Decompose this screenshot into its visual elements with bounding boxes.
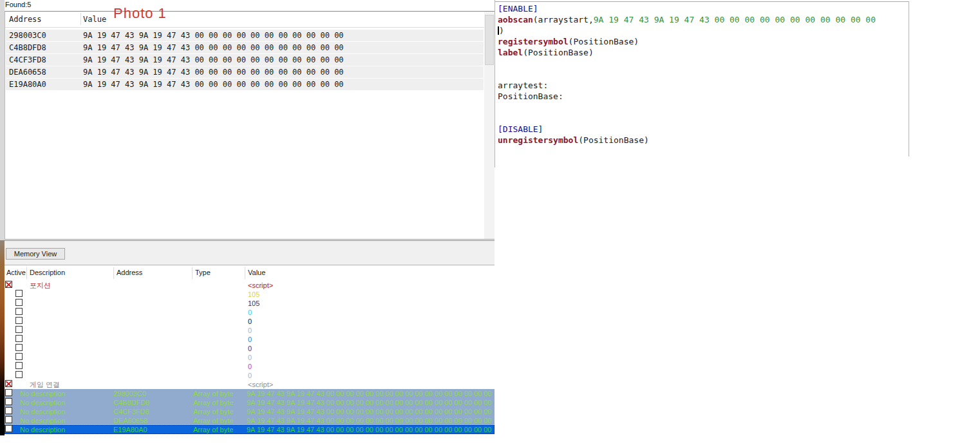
row-description: No description [20, 407, 65, 416]
script-token-plain: (PositionBase) [569, 37, 639, 46]
result-value: 9A 19 47 43 9A 19 47 43 00 00 00 00 00 0… [83, 30, 344, 41]
row-description: No description [20, 389, 65, 398]
script-line: aobscan(arraystart,9A 19 47 43 9A 19 47 … [498, 14, 909, 25]
result-value: 9A 19 47 43 9A 19 47 43 00 00 00 00 00 0… [83, 54, 344, 66]
cheat-row-aob[interactable]: No descriptionC4CF3FD8Array of byte9A 19… [5, 407, 495, 416]
script-line: label(PositionBase) [498, 47, 909, 58]
scan-results-list: 298003C09A 19 47 43 9A 19 47 43 00 00 00… [6, 30, 484, 91]
row-address: E19A80A0 [113, 425, 147, 434]
column-header-description[interactable]: Description [30, 269, 65, 276]
active-checkbox[interactable] [15, 371, 23, 378]
active-checkbox[interactable] [5, 398, 12, 405]
column-divider [80, 13, 81, 25]
auto-assemble-script-editor[interactable]: [ENABLE]aobscan(arraystart,9A 19 47 43 9… [495, 1, 909, 157]
active-checkbox[interactable] [5, 389, 12, 396]
cheat-row[interactable]: 0 [5, 362, 495, 371]
cheat-row[interactable]: 105 [5, 299, 495, 308]
script-token-section: [ENABLE] [498, 4, 538, 14]
cheat-row[interactable]: 0 [5, 335, 495, 344]
cheat-table-header: Active Description Address Type Value [5, 266, 495, 280]
column-divider [113, 267, 114, 279]
script-line [498, 102, 909, 113]
script-line: ) [498, 25, 909, 36]
column-divider [245, 267, 245, 279]
row-value: 0 [248, 371, 252, 380]
script-token-plain: (arraystart, [533, 15, 594, 24]
script-line [498, 69, 909, 80]
row-value: 0 [248, 335, 252, 344]
cheat-row[interactable]: 0 [5, 353, 495, 362]
script-token-plain: PositionBase: [498, 91, 563, 101]
memory-view-button[interactable]: Memory View [6, 248, 65, 260]
scan-results-panel: Address Value 298003C09A 19 47 43 9A 19 … [5, 11, 495, 240]
row-value: 0 [248, 344, 252, 353]
row-address: 298003C0 [113, 389, 146, 398]
row-value: 0 [248, 326, 252, 335]
row-address: C4CF3FD8 [113, 407, 149, 416]
active-checkbox[interactable] [15, 353, 23, 360]
cheat-table-rows: 포지션<script>10510500000000게임 연결<script>No… [5, 281, 495, 434]
column-header-value[interactable]: Value [83, 15, 106, 24]
active-checkbox[interactable] [15, 308, 23, 315]
column-header-address[interactable]: Address [117, 269, 142, 276]
script-token-keyword: registersymbol [498, 37, 569, 46]
script-token-keyword: unregistersymbol [498, 135, 578, 145]
cheat-row-aob[interactable]: No description298003C0Array of byte9A 19… [5, 389, 495, 398]
active-checkbox[interactable] [15, 335, 23, 342]
column-header-address[interactable]: Address [9, 15, 42, 24]
active-checkbox[interactable] [15, 344, 23, 351]
cheat-row-aob[interactable]: No descriptionC4B8DFD8Array of byte9A 19… [5, 398, 495, 407]
cheat-row-aob[interactable]: No descriptionE19A80A0Array of byte9A 19… [5, 425, 495, 434]
cheat-row[interactable]: 0 [5, 326, 495, 335]
result-address: 298003C0 [9, 30, 46, 41]
script-token-plain: ) [499, 26, 504, 35]
active-checkbox[interactable] [5, 425, 12, 432]
active-checkbox[interactable] [15, 326, 23, 333]
cheat-row[interactable]: 게임 연결<script> [5, 380, 495, 389]
row-type: Array of byte [193, 416, 233, 425]
cheat-row[interactable]: 0 [5, 344, 495, 353]
column-divider [26, 267, 27, 279]
background-window-strip-bottom [0, 240, 5, 435]
scan-result-row[interactable]: C4B8DFD89A 19 47 43 9A 19 47 43 00 00 00… [6, 42, 484, 53]
active-checkbox[interactable] [15, 299, 23, 306]
row-value: 105 [248, 299, 259, 308]
found-count-label: Found:5 [5, 1, 31, 8]
cheat-row[interactable]: 0 [5, 308, 495, 317]
scan-result-row[interactable]: DEA606589A 19 47 43 9A 19 47 43 00 00 00… [6, 66, 484, 78]
row-description: 게임 연결 [30, 380, 60, 389]
active-checkbox[interactable] [5, 407, 12, 414]
results-scrollbar[interactable] [484, 12, 495, 239]
scan-result-row[interactable]: 298003C09A 19 47 43 9A 19 47 43 00 00 00… [6, 30, 484, 41]
row-value: 9A 19 47 43 9A 19 47 43 00 00 00 00 00 0… [247, 407, 491, 416]
cheat-row-aob[interactable]: No descriptionDEA60658Array of byte9A 19… [5, 416, 495, 425]
result-address: DEA60658 [9, 66, 46, 78]
script-token-keyword: label [498, 48, 523, 57]
column-header-active[interactable]: Active [6, 269, 26, 276]
scan-result-row[interactable]: C4CF3FD89A 19 47 43 9A 19 47 43 00 00 00… [6, 54, 484, 66]
script-token-plain: arraytest: [498, 81, 548, 90]
row-value: 9A 19 47 43 9A 19 47 43 00 00 00 00 00 0… [247, 389, 491, 398]
column-header-value[interactable]: Value [248, 269, 265, 276]
cheat-row[interactable]: 0 [5, 371, 495, 380]
active-checkbox[interactable] [5, 281, 12, 288]
active-checkbox[interactable] [5, 416, 12, 423]
cheat-row[interactable]: 포지션<script> [5, 281, 495, 290]
cheat-table: Active Description Address Type Value 포지… [5, 266, 495, 447]
row-value: 0 [248, 353, 252, 362]
column-divider [192, 267, 193, 279]
column-header-type[interactable]: Type [195, 269, 211, 276]
result-address: E19A80A0 [9, 79, 46, 90]
scan-result-row[interactable]: E19A80A09A 19 47 43 9A 19 47 43 00 00 00… [6, 79, 484, 90]
script-line: [DISABLE] [498, 124, 909, 135]
active-checkbox[interactable] [15, 317, 23, 324]
cheat-row[interactable]: 105 [5, 290, 495, 299]
active-checkbox[interactable] [15, 290, 23, 297]
active-checkbox[interactable] [5, 380, 12, 387]
active-checkbox[interactable] [15, 362, 23, 369]
results-scrollbar-thumb[interactable] [485, 15, 494, 65]
script-token-plain: (PositionBase) [523, 48, 594, 57]
table-toolbar: Memory View [5, 240, 495, 265]
row-value: 0 [248, 308, 252, 317]
cheat-row[interactable]: 0 [5, 317, 495, 326]
